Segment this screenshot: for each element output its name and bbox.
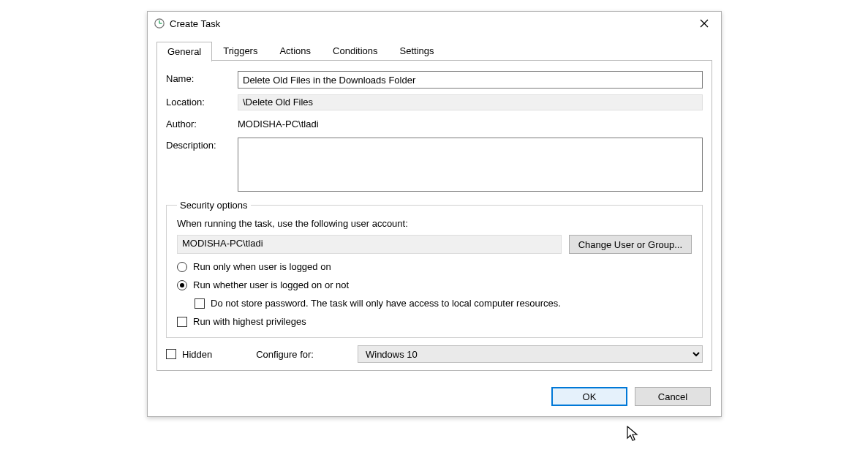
close-button[interactable] xyxy=(687,12,721,35)
radio-run-whether[interactable]: Run whether user is logged on or not xyxy=(177,279,692,290)
tab-general[interactable]: General xyxy=(156,42,212,61)
ok-button[interactable]: OK xyxy=(551,387,627,406)
clock-icon xyxy=(154,18,165,29)
description-label: Description: xyxy=(166,138,238,151)
author-label: Author: xyxy=(166,116,238,129)
configure-for-label: Configure for: xyxy=(256,349,314,360)
security-options-group: Security options When running the task, … xyxy=(166,200,703,338)
configure-for-select[interactable]: Windows 10 xyxy=(358,345,703,363)
tab-settings[interactable]: Settings xyxy=(389,41,445,61)
titlebar-title: Create Task xyxy=(170,18,220,29)
author-value: MODISHA-PC\tladi xyxy=(238,116,703,132)
checkbox-do-not-store[interactable]: Do not store password. The task will onl… xyxy=(195,298,692,309)
checkbox-icon xyxy=(166,349,176,359)
tab-actions[interactable]: Actions xyxy=(268,41,322,61)
user-account-value: MODISHA-PC\tladi xyxy=(177,235,562,254)
tab-triggers[interactable]: Triggers xyxy=(212,41,268,61)
checkbox-icon xyxy=(195,298,205,309)
radio-run-whether-label: Run whether user is logged on or not xyxy=(193,279,349,290)
name-label: Name: xyxy=(166,71,238,84)
checkbox-hidden-label: Hidden xyxy=(182,349,212,360)
tab-conditions[interactable]: Conditions xyxy=(322,41,388,61)
checkbox-icon xyxy=(177,317,187,327)
security-prompt: When running the task, use the following… xyxy=(177,218,692,229)
radio-run-logged-on[interactable]: Run only when user is logged on xyxy=(177,261,692,272)
tabs: General Triggers Actions Conditions Sett… xyxy=(156,41,712,61)
location-value: \Delete Old Files xyxy=(238,94,703,110)
tab-body-general: Name: Location: \Delete Old Files Author… xyxy=(156,61,712,371)
close-icon xyxy=(700,19,709,28)
change-user-button[interactable]: Change User or Group... xyxy=(569,235,692,254)
checkbox-highest-privileges-label: Run with highest privileges xyxy=(193,316,306,327)
checkbox-highest-privileges[interactable]: Run with highest privileges xyxy=(177,316,692,327)
radio-icon xyxy=(177,280,187,290)
checkbox-hidden[interactable]: Hidden xyxy=(166,349,212,360)
cursor-icon xyxy=(627,426,640,442)
location-label: Location: xyxy=(166,94,238,108)
titlebar: Create Task xyxy=(148,12,721,35)
security-legend: Security options xyxy=(177,200,251,211)
description-input[interactable] xyxy=(238,138,703,192)
dialog-footer: OK Cancel xyxy=(148,380,721,416)
name-input[interactable] xyxy=(238,71,703,89)
cancel-button[interactable]: Cancel xyxy=(635,387,711,406)
create-task-dialog: Create Task General Triggers Actions Con… xyxy=(147,11,722,417)
checkbox-do-not-store-label: Do not store password. The task will onl… xyxy=(211,298,561,309)
radio-run-logged-on-label: Run only when user is logged on xyxy=(193,261,331,272)
radio-icon xyxy=(177,262,187,272)
